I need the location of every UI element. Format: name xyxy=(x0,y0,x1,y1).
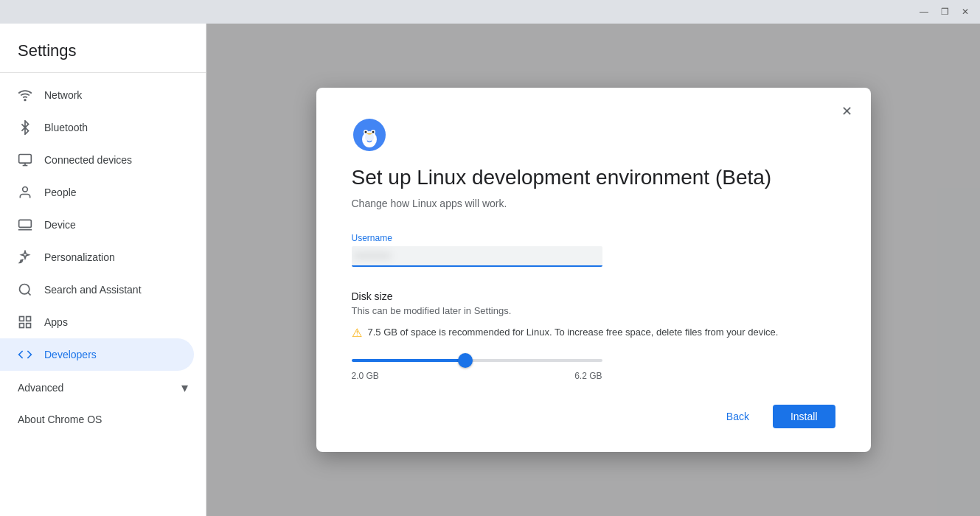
disk-size-warning: ⚠ 7.5 GB of space is recommended for Lin… xyxy=(352,325,835,340)
svg-rect-9 xyxy=(20,317,24,321)
username-label: Username xyxy=(352,233,835,243)
svg-rect-11 xyxy=(20,324,24,328)
sidebar-item-about[interactable]: About Chrome OS xyxy=(0,405,206,434)
dialog-subtitle: Change how Linux apps will work. xyxy=(352,198,835,209)
wifi-icon xyxy=(18,88,32,102)
slider-labels: 2.0 GB 6.2 GB xyxy=(352,371,602,381)
sidebar-title: Settings xyxy=(0,29,206,72)
disk-size-title: Disk size xyxy=(352,290,835,302)
sidebar-advanced-label: Advanced xyxy=(18,382,170,394)
linux-setup-dialog: ✕ Set up Linux developme xyxy=(316,88,871,451)
slider-min-label: 2.0 GB xyxy=(352,371,379,381)
dialog-footer: Back Install xyxy=(352,405,835,428)
dialog-overlay: ✕ Set up Linux developme xyxy=(206,24,980,516)
disk-size-slider[interactable] xyxy=(352,359,602,362)
sidebar-item-personalization-label: Personalization xyxy=(44,251,176,263)
search-icon xyxy=(18,282,32,297)
sidebar-item-bluetooth[interactable]: Bluetooth xyxy=(0,111,194,144)
disk-size-slider-container xyxy=(352,352,602,365)
sidebar-divider xyxy=(0,72,206,73)
sidebar-item-device-label: Device xyxy=(44,219,176,231)
username-value: •••••••••• xyxy=(355,250,391,262)
svg-point-18 xyxy=(372,131,374,133)
disk-size-subtitle: This can be modified later in Settings. xyxy=(352,305,835,316)
disk-size-section: Disk size This can be modified later in … xyxy=(352,290,835,381)
sidebar-item-network[interactable]: Network xyxy=(0,79,194,111)
laptop-icon xyxy=(18,217,32,232)
sidebar-item-connected-devices[interactable]: Connected devices xyxy=(0,144,194,176)
monitor-icon xyxy=(18,153,32,167)
sidebar-item-developers[interactable]: Developers xyxy=(0,338,194,371)
bluetooth-icon xyxy=(18,120,32,135)
svg-point-7 xyxy=(20,285,29,294)
sidebar: Settings Network Bluetooth xyxy=(0,24,206,516)
warning-icon: ⚠ xyxy=(352,326,362,340)
grid-icon xyxy=(18,315,32,330)
maximize-button[interactable]: ❐ xyxy=(936,3,953,21)
sidebar-item-people-label: People xyxy=(44,186,176,198)
sidebar-item-apps-label: Apps xyxy=(44,316,176,328)
install-button[interactable]: Install xyxy=(773,405,835,428)
username-field-container: •••••••••• xyxy=(352,246,835,267)
back-button[interactable]: Back xyxy=(709,405,767,428)
svg-point-17 xyxy=(364,131,366,133)
dialog-title: Set up Linux development environment (Be… xyxy=(352,164,835,191)
sidebar-item-search-label: Search and Assistant xyxy=(44,284,176,296)
window-chrome: — ❐ ✕ xyxy=(0,0,980,24)
sidebar-item-apps[interactable]: Apps xyxy=(0,306,194,338)
sidebar-item-network-label: Network xyxy=(44,89,176,101)
settings-container: Settings Network Bluetooth xyxy=(0,24,980,516)
minimize-button[interactable]: — xyxy=(915,3,933,21)
svg-point-4 xyxy=(23,187,28,192)
sidebar-item-personalization[interactable]: Personalization xyxy=(0,241,194,273)
username-input-display[interactable]: •••••••••• xyxy=(352,246,602,267)
about-label: About Chrome OS xyxy=(18,414,102,425)
slider-max-label: 6.2 GB xyxy=(574,371,602,381)
warning-text: 7.5 GB of space is recommended for Linux… xyxy=(368,325,779,340)
code-icon xyxy=(18,347,32,362)
person-icon xyxy=(18,185,32,200)
svg-point-0 xyxy=(24,100,26,101)
svg-rect-1 xyxy=(19,155,32,164)
svg-rect-5 xyxy=(19,220,32,227)
window-close-button[interactable]: ✕ xyxy=(956,3,974,21)
sidebar-item-advanced[interactable]: Advanced ▾ xyxy=(0,371,206,405)
penguin-icon xyxy=(352,117,387,153)
sidebar-item-developers-label: Developers xyxy=(44,349,176,360)
sidebar-item-bluetooth-label: Bluetooth xyxy=(44,122,176,133)
main-content: ✕ Set up Linux developme xyxy=(206,24,980,516)
chevron-down-icon: ▾ xyxy=(181,380,188,396)
sidebar-item-device[interactable]: Device xyxy=(0,209,194,241)
brush-icon xyxy=(18,250,32,265)
dialog-close-button[interactable]: ✕ xyxy=(835,100,859,123)
svg-rect-10 xyxy=(27,317,31,321)
svg-line-8 xyxy=(28,293,31,296)
sidebar-item-people[interactable]: People xyxy=(0,176,194,209)
sidebar-item-connected-devices-label: Connected devices xyxy=(44,154,176,166)
sidebar-item-search-and-assistant[interactable]: Search and Assistant xyxy=(0,273,194,306)
svg-rect-12 xyxy=(27,324,31,328)
